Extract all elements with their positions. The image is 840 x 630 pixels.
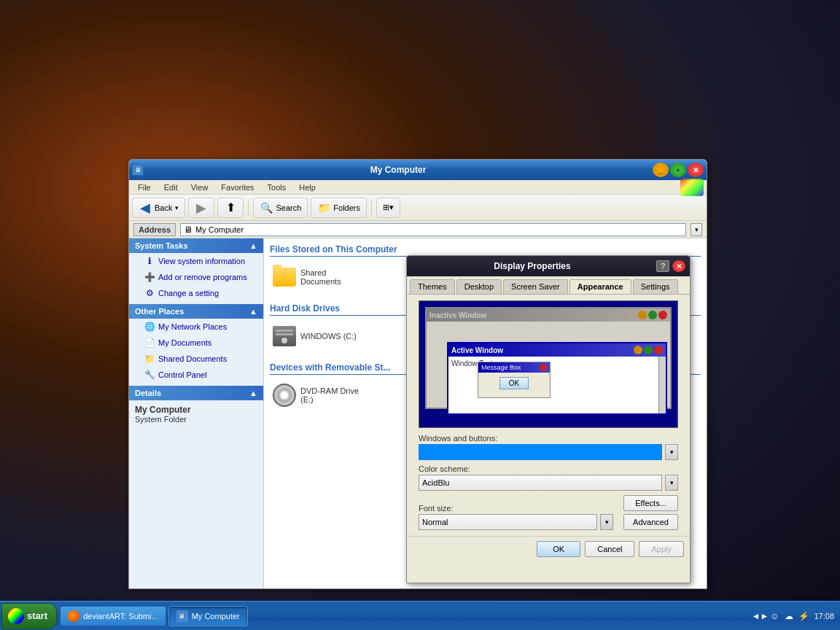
forward-button[interactable]: ▶: [188, 198, 214, 218]
shared-documents-item[interactable]: Shared Documents: [270, 262, 365, 292]
sidebar-change-setting[interactable]: ⚙ Change a setting: [129, 285, 263, 301]
up-button[interactable]: ⬆: [217, 198, 244, 218]
preview-active-controls: [634, 346, 663, 354]
system-tasks-header[interactable]: System Tasks ▲: [129, 238, 263, 253]
tab-settings[interactable]: Settings: [633, 279, 678, 294]
taskbar-firefox-label: deviantART: Submi...: [83, 612, 158, 621]
toolbar: ◀ Back ▾ ▶ ⬆ 🔍 Search 📁 Folders ⊞▾: [129, 195, 707, 221]
start-button[interactable]: start: [1, 603, 57, 629]
taskbar-firefox-item[interactable]: deviantART: Submi...: [60, 606, 166, 626]
other-places-collapse-icon: ▲: [249, 307, 257, 316]
sidebar-view-system-info[interactable]: ℹ View system information: [129, 253, 263, 269]
menu-help[interactable]: Help: [293, 182, 322, 193]
preview-msg-title-text: Message Box: [481, 364, 521, 371]
taskbar-items: deviantART: Submi... 🖥 My Computer: [57, 606, 748, 626]
taskbar: start deviantART: Submi... 🖥 My Computer…: [0, 601, 840, 630]
menu-tools[interactable]: Tools: [262, 182, 292, 193]
sidebar-control-panel[interactable]: 🔧 Control Panel: [129, 367, 263, 383]
menu-view[interactable]: View: [185, 182, 214, 193]
preview-active-title-text: Active Window: [451, 346, 503, 354]
drive-icon: [273, 324, 296, 348]
info-icon: ℹ: [144, 255, 155, 267]
folders-button[interactable]: 📁 Folders: [311, 198, 367, 218]
dp-title: Display Properties: [411, 261, 653, 271]
details-collapse-icon: ▲: [249, 389, 257, 397]
preview-inactive-titlebar: Inactive Window: [427, 308, 670, 322]
tab-themes[interactable]: Themes: [410, 279, 455, 294]
advanced-button[interactable]: Advanced: [623, 514, 678, 530]
other-places-header[interactable]: Other Places ▲: [129, 304, 263, 319]
system-clock: 17:08: [814, 612, 834, 621]
back-dropdown-icon[interactable]: ▾: [175, 204, 179, 211]
folders-icon: 📁: [317, 201, 330, 214]
dp-apply-button[interactable]: Apply: [639, 541, 684, 557]
dp-ok-button[interactable]: OK: [537, 541, 580, 557]
menu-edit[interactable]: Edit: [158, 182, 184, 193]
taskbar-mycomputer-item[interactable]: 🖥 My Computer: [168, 606, 248, 626]
menu-bar: File Edit View Favorites Tools Help: [129, 180, 707, 195]
maximize-button[interactable]: +: [670, 163, 686, 177]
mycomputer-taskbar-icon: 🖥: [176, 610, 188, 622]
address-dropdown-icon[interactable]: ▾: [691, 223, 702, 236]
dp-content: Inactive Window Active Window: [407, 294, 690, 536]
sidebar-network-places[interactable]: 🌐 My Network Places: [129, 319, 263, 335]
sidebar-shared-documents[interactable]: 📁 Shared Documents: [129, 351, 263, 367]
preview-ok-button[interactable]: OK: [499, 377, 529, 389]
sidebar: System Tasks ▲ ℹ View system information…: [129, 238, 264, 588]
windows-buttons-label: Windows and buttons:: [413, 434, 684, 443]
preview-inactive-controls: [638, 311, 667, 319]
color-scheme-select[interactable]: AcidBlu: [419, 475, 662, 491]
details-content: My Computer System Folder: [129, 400, 263, 428]
tray-icons: ◄► ☺ ☁ ⚡: [754, 610, 809, 622]
address-value: My Computer: [195, 225, 244, 234]
views-button[interactable]: ⊞▾: [376, 198, 400, 218]
other-places-section: Other Places ▲ 🌐 My Network Places 📄 My …: [129, 304, 263, 383]
back-label: Back: [155, 203, 172, 212]
sidebar-add-remove-programs[interactable]: ➕ Add or remove programs: [129, 269, 263, 285]
folders-label: Folders: [333, 203, 360, 212]
dp-close-button[interactable]: ✕: [672, 260, 685, 272]
windows-buttons-row: ▾: [413, 444, 684, 460]
sidebar-my-documents[interactable]: 📄 My Documents: [129, 335, 263, 351]
close-button[interactable]: ✕: [688, 163, 704, 177]
color-scheme-dropdown[interactable]: ▾: [665, 475, 678, 491]
network-icon: 🌐: [144, 321, 155, 332]
toolbar-separator-2: [371, 199, 372, 217]
font-size-dropdown[interactable]: ▾: [600, 514, 613, 530]
color-scheme-label: Color scheme:: [413, 464, 684, 473]
toolbar-separator-1: [248, 199, 249, 217]
preview-close-btn: [658, 311, 667, 319]
tab-appearance[interactable]: Appearance: [569, 279, 631, 294]
font-size-select[interactable]: Normal: [419, 514, 597, 530]
preview-msg-titlebar: Message Box: [478, 362, 550, 373]
dp-bottom-buttons: OK Cancel Apply: [407, 536, 690, 561]
back-button[interactable]: ◀ Back ▾: [132, 198, 185, 218]
windows-logo: [8, 608, 24, 624]
minimize-button[interactable]: _: [653, 163, 669, 177]
windows-buttons-select[interactable]: [419, 444, 662, 460]
windows-drive-label: WINDOWS (C:): [300, 332, 357, 341]
preview-area: Inactive Window Active Window: [419, 300, 678, 428]
window-title: My Computer: [147, 165, 650, 175]
address-input[interactable]: 🖥 My Computer: [180, 223, 686, 236]
preview-max-btn: [648, 311, 657, 319]
tab-screensaver[interactable]: Screen Saver: [503, 279, 568, 294]
windows-buttons-dropdown[interactable]: ▾: [665, 444, 678, 460]
tab-desktop[interactable]: Desktop: [456, 279, 502, 294]
windows-drive-item[interactable]: WINDOWS (C:): [270, 322, 365, 351]
up-icon: ⬆: [224, 201, 237, 214]
dp-help-button[interactable]: ?: [656, 260, 669, 272]
system-tasks-section: System Tasks ▲ ℹ View system information…: [129, 238, 263, 301]
details-header[interactable]: Details ▲: [129, 386, 263, 400]
search-button[interactable]: 🔍 Search: [253, 198, 308, 218]
dvd-drive-item[interactable]: DVD-RAM Drive (E:): [270, 381, 365, 410]
tray-icon-2: ☺: [769, 610, 780, 622]
dvd-drive-label: DVD-RAM Drive (E:): [300, 386, 362, 404]
preview-inactive-window: Inactive Window Active Window: [425, 307, 672, 409]
other-places-label: Other Places: [135, 307, 184, 316]
dp-cancel-button[interactable]: Cancel: [585, 541, 634, 557]
preview-message-box: Message Box OK: [478, 362, 551, 398]
menu-favorites[interactable]: Favorites: [215, 182, 260, 193]
menu-file[interactable]: File: [132, 182, 157, 193]
effects-button[interactable]: Effects...: [623, 495, 678, 511]
